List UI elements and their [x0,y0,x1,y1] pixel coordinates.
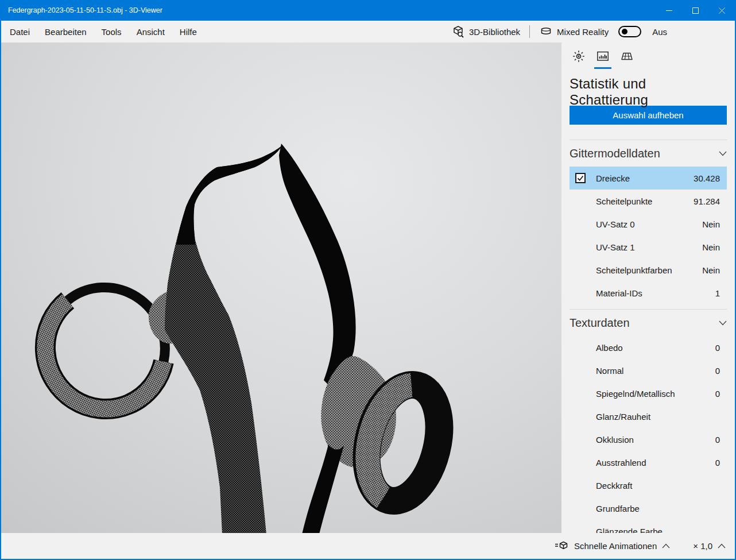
sun-icon [572,49,586,63]
mixed-reality-label: Mixed Reality [557,27,609,37]
row-value: Nein [702,219,720,229]
mixed-reality-toggle[interactable] [618,26,641,37]
toolbar-divider [529,25,530,38]
table-row-uv-satz-1[interactable]: UV-Satz 1 Nein [570,235,727,258]
tab-underline [618,67,636,69]
row-label: Spiegelnd/Metallisch [596,389,715,399]
animation-cube-icon [554,540,569,553]
row-label: Deckkraft [596,481,720,491]
chevron-up-icon[interactable] [718,543,726,549]
table-row-normal[interactable]: Normal 0 [570,359,727,382]
titlebar: Federgraph-2023-05-11-50-11-S.obj - 3D-V… [1,0,735,21]
row-label: Grundfarbe [596,504,720,513]
row-label: UV-Satz 1 [596,242,702,252]
table-row-material-ids[interactable]: Material-IDs 1 [570,281,727,304]
grid-icon [620,49,634,63]
row-label: Scheitelpunkte [596,196,694,206]
table-row-glaenzende-farbe[interactable]: Glänzende Farbe [570,520,727,533]
table-row-uv-satz-0[interactable]: UV-Satz 0 Nein [570,213,727,235]
table-row-scheitelpunktfarben[interactable]: Scheitelpunktfarben Nein [570,258,727,281]
window-title: Federgraph-2023-05-11-50-11-S.obj - 3D-V… [1,6,656,14]
row-value: 1 [715,288,720,298]
section-header-texturdaten[interactable]: Texturdaten [570,310,727,336]
menu-datei[interactable]: Datei [2,21,37,43]
table-row-ausstrahlend[interactable]: Ausstrahlend 0 [570,451,727,474]
row-value: 0 [715,389,720,399]
table-row-deckkraft[interactable]: Deckkraft [570,474,727,497]
row-value: 0 [715,343,720,353]
close-icon [719,7,725,14]
row-label: Normal [596,366,715,376]
tab-underline [570,67,587,69]
app-window: Federgraph-2023-05-11-50-11-S.obj - 3D-V… [0,0,736,560]
checkbox-checked[interactable] [575,173,586,183]
chevron-up-icon[interactable] [662,543,670,549]
mixed-reality-group: Mixed Reality Aus [539,25,667,38]
menu-bearbeiten[interactable]: Bearbeiten [37,21,94,43]
maximize-button[interactable] [682,0,708,21]
row-value: Nein [702,265,720,275]
minimize-icon [666,7,672,14]
close-button[interactable] [708,0,735,21]
row-value: 0 [715,458,720,468]
checkbox-wrap [575,173,596,183]
row-label: Glänzende Farbe [596,527,720,534]
table-row-dreiecke[interactable]: Dreiecke 30.428 [570,167,727,190]
mixed-reality-state: Aus [652,27,667,37]
minimize-button[interactable] [656,0,682,21]
3d-model-federgraph [1,43,561,533]
table-row-grundfarbe[interactable]: Grundfarbe [570,497,727,520]
animations-menu[interactable]: Schnelle Animationen [574,541,657,551]
menu-ansicht[interactable]: Ansicht [129,21,172,43]
panel-title: Statistik und Schattierung [570,76,727,96]
row-label: Albedo [596,343,715,353]
section-header-gittermodelldaten[interactable]: Gittermodelldaten [570,140,727,167]
table-row-okklusion[interactable]: Okklusion 0 [570,428,727,451]
checkmark-icon [576,174,584,182]
3d-library-button[interactable]: 3D-Bibliothek [451,25,520,38]
statusbar: Schnelle Animationen × 1,0 [1,533,735,559]
table-row-scheitelpunkte[interactable]: Scheitelpunkte 91.284 [570,190,727,213]
active-tab-underline [594,67,611,69]
playback-speed[interactable]: × 1,0 [693,541,712,551]
row-label: Ausstrahlend [596,458,715,468]
3d-library-icon [451,25,465,38]
table-row-spiegelnd-metallisch[interactable]: Spiegelnd/Metallisch 0 [570,382,727,405]
viewport-3d[interactable] [1,43,561,533]
panel-tabs [570,43,727,70]
row-value: Nein [702,242,720,252]
mixed-reality-icon [539,25,553,38]
stats-chart-icon [596,49,610,63]
menu-hilfe[interactable]: Hilfe [172,21,204,43]
toggle-knob [622,29,627,34]
row-value: 0 [715,435,720,445]
row-label: UV-Satz 0 [596,219,702,229]
row-label: Okklusion [596,435,715,445]
maximize-icon [692,7,699,14]
row-label: Dreiecke [596,173,694,183]
tab-environment[interactable] [571,49,587,69]
menu-tools[interactable]: Tools [94,21,129,43]
table-row-albedo[interactable]: Albedo 0 [570,336,727,359]
row-value: 0 [715,366,720,376]
tab-statistics[interactable] [595,49,611,69]
row-label: Glanz/Rauheit [596,412,720,422]
table-row-glanz-rauheit[interactable]: Glanz/Rauheit [570,405,727,428]
chevron-down-icon [719,320,727,326]
tab-wireframe[interactable] [619,49,635,69]
section-title: Gittermodelldaten [570,147,660,160]
row-label: Scheitelpunktfarben [596,265,702,275]
row-value: 91.284 [694,196,720,206]
menubar: Datei Bearbeiten Tools Ansicht Hilfe 3D-… [1,21,735,43]
section-title: Texturdaten [570,316,630,330]
deselect-button[interactable]: Auswahl aufheben [570,106,727,125]
3d-library-label: 3D-Bibliothek [469,27,520,37]
row-value: 30.428 [694,173,720,183]
chevron-down-icon [719,151,727,156]
stats-panel: Statistik und Schattierung Auswahl aufhe… [561,43,735,533]
row-label: Material-IDs [596,288,715,298]
